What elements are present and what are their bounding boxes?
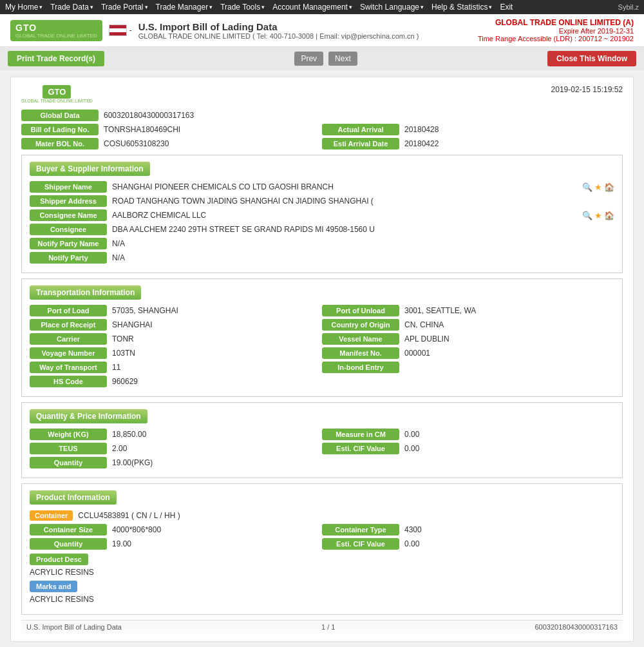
search-icon[interactable]: 🔍	[582, 182, 592, 192]
esti-cif-value: 0.00	[399, 443, 614, 454]
quantity-label: Quantity	[30, 457, 107, 468]
chevron-down-icon: ▾	[349, 4, 352, 10]
home-icon-2[interactable]: 🏠	[604, 211, 614, 220]
marks-label: Marks and	[30, 581, 77, 592]
print-button-top[interactable]: Print Trade Record(s)	[8, 51, 104, 66]
port-load-value: 57035, SHANGHAI	[107, 305, 322, 316]
vessel-name-label: Vessel Name	[322, 333, 399, 345]
header-subtitle: GLOBAL TRADE ONLINE LIMITED ( Tel: 400-7…	[138, 32, 419, 40]
record-logo-sub: GLOBAL TRADE ONLINE LIMITED	[21, 99, 93, 103]
country-origin-value: CN, CHINA	[399, 319, 614, 331]
global-data-label: Global Data	[21, 110, 99, 121]
transportation-title: Transportation Information	[30, 285, 141, 300]
way-transport-row: Way of Transport 11 In-bond Entry	[30, 362, 614, 373]
port-load-row: Port of Load 57035, SHANGHAI Port of Unl…	[30, 305, 614, 316]
teus-value: 2.00	[107, 443, 322, 454]
nav-my-home[interactable]: My Home ▾	[5, 3, 43, 12]
container-row: Container CCLU4583891 ( CN / L / HH )	[30, 510, 614, 521]
chevron-down-icon: ▾	[421, 4, 424, 10]
way-transport-label: Way of Transport	[30, 362, 107, 373]
record-logo: GTO GLOBAL TRADE ONLINE LIMITED	[21, 85, 93, 103]
transportation-section: Transportation Information Port of Load …	[21, 278, 623, 397]
consignee-label: Consignee	[30, 224, 107, 235]
esti-arrival-label: Esti Arrival Date	[322, 138, 399, 150]
measure-cm-label: Measure in CM	[322, 429, 399, 440]
carrier-value: TONR	[107, 333, 322, 345]
weight-value: 18,850.00	[107, 429, 322, 440]
shipper-name-row: Shipper Name SHANGHAI PIONEER CHEMICALS …	[30, 181, 614, 193]
container-size-label: Container Size	[30, 524, 107, 536]
nav-exit[interactable]: Exit	[500, 3, 513, 12]
manifest-value: 000001	[399, 347, 614, 359]
manifest-label: Manifest No.	[322, 347, 399, 359]
place-receipt-value: SHANGHAI	[107, 319, 322, 331]
product-desc-label: Product Desc	[30, 554, 88, 565]
carrier-row: Carrier TONR Vessel Name APL DUBLIN	[30, 333, 614, 345]
product-quantity-value: 19.00	[107, 538, 322, 550]
prev-button-top[interactable]: Prev	[294, 52, 323, 66]
carrier-label: Carrier	[30, 333, 107, 345]
hs-code-row: HS Code 960629	[30, 376, 614, 387]
notify-party-name-label: Notify Party Name	[30, 238, 107, 249]
top-navigation: My Home ▾ Trade Data ▾ Trade Portal ▾ Tr…	[0, 0, 644, 14]
nav-trade-manager[interactable]: Trade Manager ▾	[156, 3, 213, 12]
shipper-name-value: SHANGHAI PIONEER CHEMICALS CO LTD GAOSHI…	[107, 181, 580, 193]
record-header: GTO GLOBAL TRADE ONLINE LIMITED 2019-02-…	[21, 85, 623, 103]
nav-user: Sybil.z	[618, 3, 639, 11]
record-date: 2019-02-15 15:19:52	[551, 85, 623, 94]
record-footer-page: 1 / 1	[321, 623, 335, 631]
header-title-block: U.S. Import Bill of Lading Data GLOBAL T…	[138, 21, 419, 40]
close-button-top[interactable]: Close This Window	[547, 51, 636, 66]
bol-row: Bill of Lading No. TONRSHA180469CHI Actu…	[21, 124, 623, 135]
nav-switch-language[interactable]: Switch Language ▾	[360, 3, 424, 12]
bol-value: TONRSHA180469CHI	[99, 124, 322, 135]
nav-trade-tools[interactable]: Trade Tools ▾	[220, 3, 265, 12]
global-data-value: 600320180430000317163	[99, 110, 623, 121]
home-icon[interactable]: 🏠	[604, 182, 614, 192]
chevron-down-icon: ▾	[209, 4, 213, 10]
consignee-value: DBA AALCHEM 2240 29TH STREET SE GRAND RA…	[107, 224, 614, 235]
weight-label: Weight (KG)	[30, 429, 107, 440]
star-icon-2[interactable]: ★	[594, 211, 602, 220]
search-icon-2[interactable]: 🔍	[582, 211, 592, 220]
nav-trade-portal[interactable]: Trade Portal ▾	[101, 3, 148, 12]
shipper-address-label: Shipper Address	[30, 195, 107, 207]
esti-arrival-value: 20180422	[399, 138, 623, 150]
place-receipt-label: Place of Receipt	[30, 319, 107, 331]
star-icon[interactable]: ★	[594, 182, 602, 192]
page-title: U.S. Import Bill of Lading Data	[138, 21, 419, 32]
page-header: GTO GLOBAL TRADE ONLINE LIMITED - U.S. I…	[0, 14, 644, 47]
nav-trade-data[interactable]: Trade Data ▾	[50, 3, 93, 12]
place-receipt-row: Place of Receipt SHANGHAI Country of Ori…	[30, 319, 614, 331]
shipper-name-label: Shipper Name	[30, 181, 107, 193]
product-info-title: Product Information	[30, 490, 117, 505]
teus-row: TEUS 2.00 Esti. CIF Value 0.00	[30, 443, 614, 454]
nav-account-management[interactable]: Account Management ▾	[272, 3, 352, 12]
record-footer-source: U.S. Import Bill of Lading Data	[26, 623, 122, 631]
next-button-top[interactable]: Next	[328, 52, 357, 66]
quantity-value: 19.00(PKG)	[107, 457, 614, 468]
notify-party-value: N/A	[107, 252, 614, 264]
product-esti-cif-value: 0.00	[399, 538, 614, 550]
port-unload-label: Port of Unload	[322, 305, 399, 316]
vessel-name-value: APL DUBLIN	[399, 333, 614, 345]
flag-box: -	[109, 24, 132, 36]
master-bol-row: Mater BOL No. COSU6053108230 Esti Arriva…	[21, 138, 623, 150]
port-load-label: Port of Load	[30, 305, 107, 316]
chevron-down-icon: ▾	[145, 4, 148, 10]
record-footer-id: 600320180430000317163	[535, 623, 618, 631]
chevron-down-icon: ▾	[261, 4, 265, 10]
record-card: GTO GLOBAL TRADE ONLINE LIMITED 2019-02-…	[10, 77, 634, 642]
consignee-row: Consignee DBA AALCHEM 2240 29TH STREET S…	[30, 224, 614, 235]
consignee-name-label: Consignee Name	[30, 209, 107, 221]
consignee-name-value: AALBORZ CHEMICAL LLC	[107, 209, 580, 221]
in-bond-label: In-bond Entry	[322, 362, 399, 373]
notify-party-name-row: Notify Party Name N/A	[30, 238, 614, 249]
global-data-row: Global Data 600320180430000317163	[21, 110, 623, 121]
product-quantity-label: Quantity	[30, 538, 107, 550]
nav-help-statistics[interactable]: Help & Statistics ▾	[431, 3, 492, 12]
container-badge: Container	[30, 510, 73, 521]
measure-cm-value: 0.00	[399, 429, 614, 440]
hs-code-label: HS Code	[30, 376, 107, 387]
actual-arrival-value: 20180428	[399, 124, 623, 135]
